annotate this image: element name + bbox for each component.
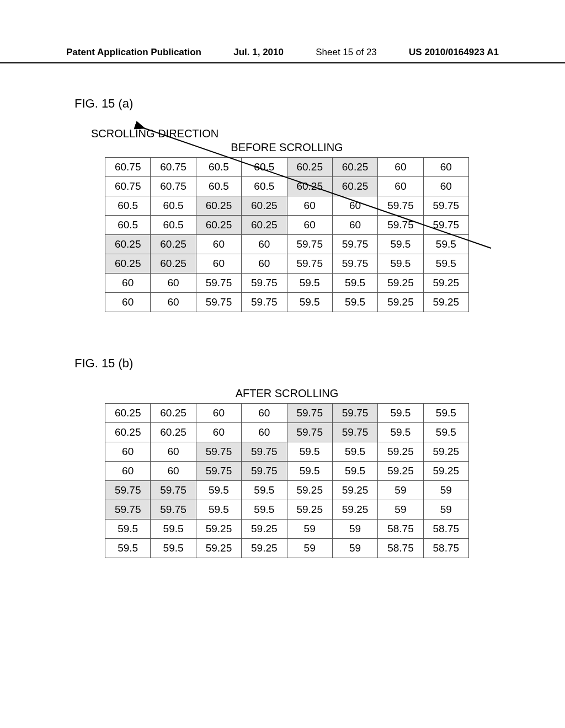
page-content: FIG. 15 (a) SCROLLING DIRECTION BEFORE S… [0,63,565,558]
table-cell: 60 [378,177,423,196]
table-cell: 59.25 [242,539,287,558]
table-cell: 60 [287,196,332,216]
table-cell: 60.25 [151,404,196,423]
table-cell: 59.75 [242,274,287,293]
table-cell: 60.5 [242,158,287,177]
table-cell: 60 [105,442,151,462]
table-cell: 60 [151,274,196,293]
table-cell: 59.75 [287,254,332,274]
table-cell: 59.75 [151,481,196,500]
table-cell: 59 [287,520,332,539]
table-cell: 59.25 [242,520,287,539]
table-cell: 60.5 [196,177,241,196]
table-cell: 59.5 [423,254,468,274]
table-cell: 59.75 [287,423,332,442]
table-cell: 59.5 [151,520,196,539]
table-cell: 59.75 [196,274,241,293]
table-cell: 59.25 [332,481,377,500]
table-cell: 60.25 [242,196,287,216]
table-row: 60.2560.25606059.7559.7559.559.5 [105,404,469,423]
figure-label-a: FIG. 15 (a) [74,97,565,111]
table-cell: 58.75 [423,539,468,558]
table-cell: 59.25 [378,274,423,293]
table-a-caption: BEFORE SCROLLING [105,141,469,154]
table-row: 60.7560.7560.560.560.2560.256060 [105,177,469,196]
table-cell: 59.75 [332,404,377,423]
table-cell: 60 [242,423,287,442]
table-cell: 60 [196,235,241,254]
table-row: 606059.7559.7559.559.559.2559.25 [105,293,469,312]
table-cell: 60.5 [105,216,151,235]
table-cell: 60.25 [105,423,151,442]
table-cell: 60 [242,254,287,274]
table-cell: 59.75 [332,254,377,274]
table-cell: 60 [332,196,377,216]
table-cell: 59.75 [378,216,423,235]
page-header: Patent Application Publication Jul. 1, 2… [0,0,565,63]
table-cell: 59.75 [423,216,468,235]
table-cell: 58.75 [423,520,468,539]
table-cell: 60 [151,442,196,462]
table-cell: 59.5 [423,404,468,423]
table-cell: 59.75 [196,462,241,481]
table-row: 606059.7559.7559.559.559.2559.25 [105,462,469,481]
table-cell: 59.75 [151,500,196,520]
table-cell: 60 [105,274,151,293]
table-row: 60.2560.25606059.7559.7559.559.5 [105,254,469,274]
table-cell: 59.25 [423,462,468,481]
table-cell: 60.25 [287,158,332,177]
table-cell: 60 [196,423,241,442]
table-cell: 59.25 [378,442,423,462]
table-cell: 59.75 [332,235,377,254]
table-cell: 59.75 [242,442,287,462]
table-cell: 59.75 [287,235,332,254]
table-cell: 59.5 [151,539,196,558]
table-after-scrolling: 60.2560.25606059.7559.7559.559.560.2560.… [105,403,469,558]
table-cell: 59.5 [423,235,468,254]
table-row: 59.7559.7559.559.559.2559.255959 [105,500,469,520]
table-row: 60.7560.7560.560.560.2560.256060 [105,158,469,177]
table-row: 59.7559.7559.559.559.2559.255959 [105,481,469,500]
table-cell: 59.25 [287,481,332,500]
table-cell: 59.5 [242,500,287,520]
table-cell: 59.75 [105,500,151,520]
table-cell: 60 [423,158,468,177]
table-cell: 59.5 [196,500,241,520]
table-cell: 60.25 [151,235,196,254]
page: Patent Application Publication Jul. 1, 2… [0,0,565,728]
table-cell: 60.5 [151,216,196,235]
table-cell: 59.5 [423,423,468,442]
table-row: 59.559.559.2559.25595958.7558.75 [105,520,469,539]
table-cell: 59.25 [287,500,332,520]
table-row: 60.2560.25606059.7559.7559.559.5 [105,423,469,442]
table-cell: 60.25 [332,158,377,177]
table-cell: 59.5 [378,254,423,274]
table-row: 606059.7559.7559.559.559.2559.25 [105,442,469,462]
table-cell: 59.25 [423,293,468,312]
table-cell: 58.75 [378,520,423,539]
table-cell: 59.25 [196,520,241,539]
table-cell: 60.5 [242,177,287,196]
table-cell: 59.5 [332,442,377,462]
document-number: US 2010/0164923 A1 [409,47,499,58]
table-cell: 60 [423,177,468,196]
table-cell: 59.75 [105,481,151,500]
table-cell: 59.25 [378,293,423,312]
table-cell: 60.75 [105,177,151,196]
table-cell: 59.5 [332,293,377,312]
table-cell: 59.5 [332,462,377,481]
table-cell: 59.5 [287,462,332,481]
table-cell: 59.75 [196,442,241,462]
table-cell: 59.25 [196,539,241,558]
table-cell: 60.25 [196,216,241,235]
table-cell: 60 [196,254,241,274]
table-cell: 59.75 [423,196,468,216]
table-cell: 59.75 [196,293,241,312]
table-cell: 59.25 [423,274,468,293]
table-cell: 60.25 [105,235,151,254]
section-b: FIG. 15 (b) AFTER SCROLLING 60.2560.2560… [0,356,565,558]
table-cell: 60 [151,293,196,312]
table-cell: 59 [332,539,377,558]
table-cell: 60 [196,404,241,423]
table-cell: 60.75 [105,158,151,177]
